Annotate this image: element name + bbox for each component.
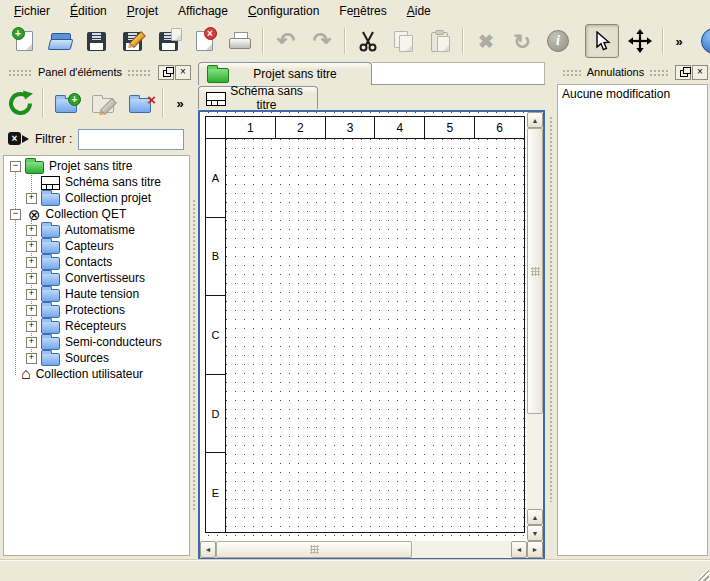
- close-project-button[interactable]: ×: [189, 26, 219, 56]
- close-panel-button[interactable]: ×: [175, 65, 191, 80]
- undo-button[interactable]: ↶: [271, 26, 301, 56]
- splitter-texture: [549, 116, 554, 501]
- new-project-button[interactable]: +: [9, 26, 39, 56]
- selection-mode-button[interactable]: [585, 24, 619, 58]
- filter-input[interactable]: [78, 129, 184, 150]
- scroll-left-button[interactable]: ◄: [200, 541, 216, 558]
- expand-expander-icon[interactable]: +: [26, 305, 37, 316]
- panel-toolbar-overflow-button[interactable]: »: [172, 87, 188, 119]
- expand-expander-icon[interactable]: +: [26, 273, 37, 284]
- about-info-button[interactable]: i: [699, 26, 710, 56]
- pan-mode-button[interactable]: [625, 26, 655, 56]
- right-splitter[interactable]: [546, 62, 557, 556]
- open-project-button[interactable]: [45, 26, 75, 56]
- column-header: 5: [425, 117, 475, 138]
- vertical-scroll-thumb[interactable]: [527, 128, 543, 414]
- horizontal-scroll-thumb[interactable]: [216, 541, 412, 558]
- info-button-disabled[interactable]: i: [543, 26, 573, 56]
- float-panel-button[interactable]: [158, 65, 174, 80]
- diagram-view[interactable]: 1 2 3 4 5 6 A B C D E: [198, 110, 545, 560]
- menu-affichage[interactable]: Affichage: [168, 1, 238, 21]
- resize-grip[interactable]: [696, 568, 709, 581]
- scroll-down-button[interactable]: ▼: [527, 525, 543, 541]
- reload-collections-button[interactable]: [4, 87, 36, 119]
- collapse-expander-icon[interactable]: −: [10, 161, 21, 172]
- expand-expander-icon[interactable]: +: [26, 193, 37, 204]
- tab-projet-sans-titre[interactable]: Projet sans titre: [198, 62, 372, 85]
- undo-icon: ↶: [277, 30, 295, 52]
- horizontal-scrollbar[interactable]: ◄ ◄ ►: [200, 541, 543, 558]
- tree-item-collection-qet[interactable]: − ⊗ Collection QET: [4, 206, 189, 222]
- delete-category-button[interactable]: ×: [124, 87, 156, 119]
- expand-expander-icon[interactable]: +: [26, 337, 37, 348]
- new-folder-icon: +: [55, 98, 77, 113]
- tree-item-projet-sans-titre[interactable]: − Projet sans titre: [4, 158, 189, 174]
- row-label: C: [206, 296, 225, 375]
- tree-item-recepteurs[interactable]: + Récepteurs: [4, 318, 189, 334]
- scroll-up-button-2[interactable]: ▲: [527, 509, 543, 525]
- expand-expander-icon[interactable]: +: [26, 321, 37, 332]
- column-header: 6: [475, 117, 524, 138]
- tab-schema-sans-titre[interactable]: Schéma sans titre: [198, 86, 318, 109]
- float-panel-button[interactable]: [675, 65, 691, 80]
- tree-item-capteurs[interactable]: + Capteurs: [4, 238, 189, 254]
- tree-item-contacts[interactable]: + Contacts: [4, 254, 189, 270]
- tree-item-protections[interactable]: + Protections: [4, 302, 189, 318]
- tree-item-convertisseurs[interactable]: + Convertisseurs: [4, 270, 189, 286]
- save-as-button[interactable]: [117, 26, 147, 56]
- expand-expander-icon[interactable]: +: [26, 225, 37, 236]
- tree-item-automatisme[interactable]: + Automatisme: [4, 222, 189, 238]
- menu-fichier[interactable]: Fichier: [4, 1, 60, 21]
- collapse-expander-icon[interactable]: −: [10, 209, 21, 220]
- tree-item-sources[interactable]: + Sources: [4, 350, 189, 366]
- cut-button[interactable]: [353, 26, 383, 56]
- tree-item-collection-projet[interactable]: + Collection projet: [4, 190, 189, 206]
- save-as-icon: [123, 32, 142, 51]
- scroll-right-button[interactable]: ►: [527, 541, 543, 558]
- splitter-texture: [192, 199, 197, 512]
- thumb-grip: [310, 545, 319, 554]
- print-button[interactable]: [225, 26, 255, 56]
- close-panel-button[interactable]: ×: [692, 65, 708, 80]
- rotate-button[interactable]: ↻: [507, 26, 537, 56]
- expand-expander-icon[interactable]: +: [26, 289, 37, 300]
- clear-filter-icon[interactable]: ×: [8, 132, 29, 146]
- close-icon: ×: [180, 67, 186, 77]
- tree-item-collection-utilisateur[interactable]: ⌂ Collection utilisateur: [4, 366, 189, 382]
- menu-configuration[interactable]: Configuration: [238, 1, 329, 21]
- undo-list-item[interactable]: Aucune modification: [558, 85, 707, 103]
- tree-item-semi-conducteurs[interactable]: + Semi-conducteurs: [4, 334, 189, 350]
- expand-expander-icon[interactable]: +: [26, 257, 37, 268]
- paste-button[interactable]: [425, 26, 455, 56]
- paste-icon: [431, 31, 450, 51]
- scroll-left-button-2[interactable]: ◄: [511, 541, 527, 558]
- column-header: 2: [276, 117, 326, 138]
- delete-button[interactable]: ✖: [471, 26, 501, 56]
- vertical-scrollbar[interactable]: ▲ ▲ ▼: [527, 112, 543, 541]
- tree-item-haute-tension[interactable]: + Haute tension: [4, 286, 189, 302]
- menu-fenetres[interactable]: Fenêtres: [329, 1, 396, 21]
- redo-button[interactable]: ↷: [307, 26, 337, 56]
- menu-aide[interactable]: Aide: [397, 1, 441, 21]
- diagram-canvas[interactable]: 1 2 3 4 5 6 A B C D E: [200, 112, 527, 541]
- menu-edition[interactable]: Édition: [60, 1, 117, 21]
- menu-projet[interactable]: Projet: [117, 1, 168, 21]
- expand-expander-icon[interactable]: +: [26, 353, 37, 364]
- left-splitter[interactable]: [190, 155, 198, 556]
- column-header: 3: [326, 117, 376, 138]
- save-button[interactable]: [81, 26, 111, 56]
- toolbar-separator: [162, 88, 164, 118]
- printer-icon: [229, 32, 251, 50]
- new-category-button[interactable]: +: [50, 87, 82, 119]
- tree-item-schema-sans-titre[interactable]: Schéma sans titre: [4, 174, 189, 190]
- drawing-area[interactable]: [226, 139, 524, 532]
- arrow-left-icon: ◄: [205, 546, 212, 553]
- save-all-button[interactable]: [153, 26, 183, 56]
- edit-category-button[interactable]: [87, 87, 119, 119]
- copy-button[interactable]: [389, 26, 419, 56]
- paper-body: A B C D E: [206, 139, 524, 532]
- toolbar-overflow-button[interactable]: »: [671, 26, 687, 56]
- scroll-up-button[interactable]: ▲: [527, 112, 543, 128]
- status-bar: [0, 560, 710, 581]
- expand-expander-icon[interactable]: +: [26, 241, 37, 252]
